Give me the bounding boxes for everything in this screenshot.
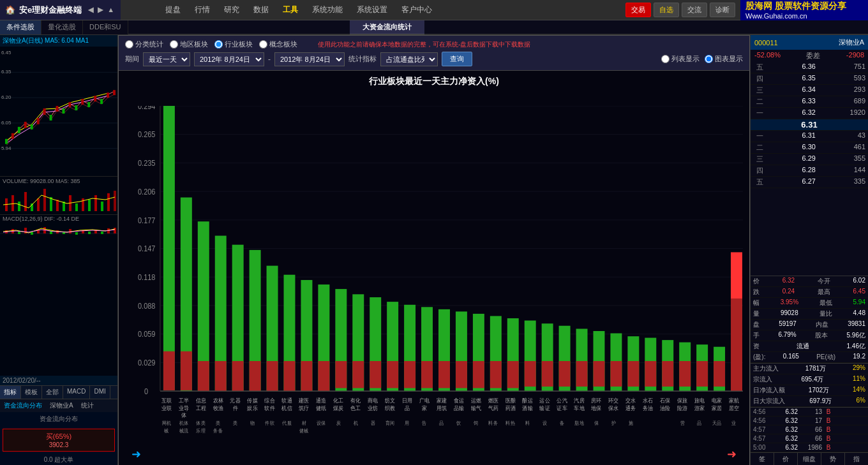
svg-text:健纸: 健纸 [316, 404, 326, 411]
rb-btn-jia[interactable]: 价 [774, 453, 798, 465]
stat-liutong-label: 流通 [797, 342, 809, 351]
radio-gainian[interactable]: 概念板块 [259, 40, 297, 49]
display-chart-radio[interactable] [705, 55, 713, 63]
svg-text:医酿: 医酿 [505, 397, 516, 404]
radio-fenlei-label: 分类统计 [135, 40, 163, 49]
radio-diqu[interactable]: 地区板块 [170, 40, 208, 49]
diag-button[interactable]: 诊断 [710, 3, 735, 17]
tab-quanbu[interactable]: 全部 [42, 386, 63, 399]
bid4-price[interactable]: 6.28 [766, 166, 816, 175]
stat-select[interactable]: 占流通盘比列 [380, 52, 438, 66]
bid5-price[interactable]: 6.27 [766, 177, 816, 187]
ask-2: 二 6.33 689 [751, 96, 868, 108]
svg-rect-51 [18, 232, 20, 234]
tool-lianghua[interactable]: 量化选股 [41, 20, 83, 34]
rb-btn-zhi[interactable]: 指 [845, 453, 868, 465]
ask3-price[interactable]: 6.34 [766, 85, 816, 95]
ask4-label: 四 [753, 74, 766, 84]
brand-name: 股海网 股票软件资源分享 [745, 1, 846, 12]
trade-button[interactable]: 交易 [625, 3, 651, 17]
svg-text:务备: 务备 [213, 427, 223, 434]
app-logo: 🏠 安e理财金融终端 ◀ ▶ ▲ [0, 0, 121, 20]
tab-muban[interactable]: 模板 [21, 386, 42, 399]
radio-fenlei-input[interactable] [125, 40, 133, 48]
big-in-pct: 11% [853, 375, 865, 384]
stat-volume-val: 99028 [781, 309, 798, 318]
svg-rect-136 [542, 361, 553, 387]
svg-text:软件: 软件 [264, 404, 274, 411]
display-list[interactable]: 列表显示 [661, 54, 700, 64]
svg-rect-12 [50, 115, 52, 121]
period-select[interactable]: 最近一天 [143, 52, 190, 66]
btab-capital[interactable]: 资金流向分布 [0, 399, 46, 412]
svg-text:公汽: 公汽 [557, 397, 567, 404]
nav-kehu-zhongxin[interactable]: 客户中心 [395, 2, 438, 18]
nav-tiban[interactable]: 提盘 [159, 2, 187, 18]
nav-up-icon[interactable]: ▲ [107, 6, 114, 13]
trade1-vol: 17 [799, 417, 822, 424]
svg-rect-64 [101, 232, 103, 234]
bid3-price[interactable]: 6.29 [766, 154, 816, 164]
bid2-price[interactable]: 6.30 [766, 143, 816, 152]
svg-text:有化: 有化 [350, 397, 361, 404]
bid-1: 一 6.31 43 [751, 131, 868, 142]
tool-dde[interactable]: DDE和SU [83, 20, 128, 34]
btab-stock[interactable]: 深物业A [46, 399, 77, 412]
query-button[interactable]: 查询 [442, 52, 472, 66]
rb-btn-qian[interactable]: 签 [751, 453, 774, 465]
radio-gainian-label: 概念板块 [269, 40, 297, 49]
svg-rect-108 [301, 361, 312, 391]
exchange-button[interactable]: 交流 [682, 3, 707, 17]
svg-text:用筑: 用筑 [437, 404, 447, 411]
svg-text:械: 械 [164, 427, 168, 434]
svg-text:车地: 车地 [574, 404, 584, 411]
nav-forward-icon[interactable]: ▶ [98, 6, 103, 13]
tab-macd[interactable]: MACD [63, 386, 90, 399]
nav-hangqing[interactable]: 行情 [188, 2, 216, 18]
radio-hangye[interactable]: 行业板块 [214, 40, 253, 49]
bid3-label: 三 [753, 154, 766, 164]
stat-pct2-val: 6.79% [778, 331, 796, 340]
ask2-price[interactable]: 6.33 [766, 97, 816, 107]
stat-change-val: 0.24 [782, 288, 795, 297]
ask1-price[interactable]: 6.32 [766, 108, 816, 118]
nav-shuju[interactable]: 数据 [247, 2, 275, 18]
secondary-toolbar: 条件选股 量化选股 DDE和SU 大资金流向统计 [0, 20, 868, 35]
svg-text:料热: 料热 [505, 420, 515, 427]
nav-xitong-gongneng[interactable]: 系统功能 [306, 2, 349, 18]
tab-zhibiao[interactable]: 指标 [0, 386, 21, 399]
rb-btn-xipan[interactable]: 细盘 [798, 453, 821, 465]
display-list-radio[interactable] [661, 55, 670, 63]
svg-text:0.147: 0.147 [138, 244, 156, 253]
ask-5: 五 6.36 751 [751, 62, 868, 73]
svg-text:业纺: 业纺 [368, 404, 378, 411]
fav-button[interactable]: 自选 [654, 3, 679, 17]
radio-fenlei[interactable]: 分类统计 [125, 40, 163, 49]
svg-text:健械: 健械 [299, 427, 309, 434]
radio-hangye-input[interactable] [214, 40, 223, 48]
ask4-price[interactable]: 6.35 [766, 74, 816, 84]
date-from-select[interactable]: 2012年 8月24日 [194, 52, 264, 66]
svg-text:输证: 输证 [539, 404, 550, 411]
chart-title: 行业板块最近一天主力净资入(%) [119, 71, 749, 92]
chart-nav-left[interactable]: ➜ [131, 447, 141, 461]
ask5-price[interactable]: 6.36 [766, 63, 816, 72]
chart-nav-right[interactable]: ➜ [727, 447, 737, 461]
tool-tiaojian[interactable]: 条件选股 [0, 20, 41, 34]
tab-dmi[interactable]: DMI [90, 386, 110, 399]
radio-gainian-input[interactable] [259, 40, 267, 48]
nav-gongju[interactable]: 工具 [276, 2, 304, 18]
btab-stat[interactable]: 统计 [77, 399, 98, 412]
svg-rect-15 [68, 102, 71, 107]
date-to-select[interactable]: 2012年 8月24日 [274, 52, 345, 66]
trade3-price: 6.32 [775, 435, 798, 442]
nav-yanjiu[interactable]: 研究 [218, 2, 246, 18]
svg-text:运公: 运公 [539, 397, 550, 404]
bid1-price[interactable]: 6.31 [766, 131, 816, 141]
rb-btn-shi[interactable]: 势 [821, 453, 845, 465]
radio-diqu-input[interactable] [170, 40, 178, 48]
display-chart[interactable]: 图表显示 [705, 54, 743, 64]
svg-text:体类: 体类 [196, 420, 206, 427]
nav-xitong-shezhi[interactable]: 系统设置 [350, 2, 394, 18]
nav-back-icon[interactable]: ◀ [88, 6, 93, 13]
